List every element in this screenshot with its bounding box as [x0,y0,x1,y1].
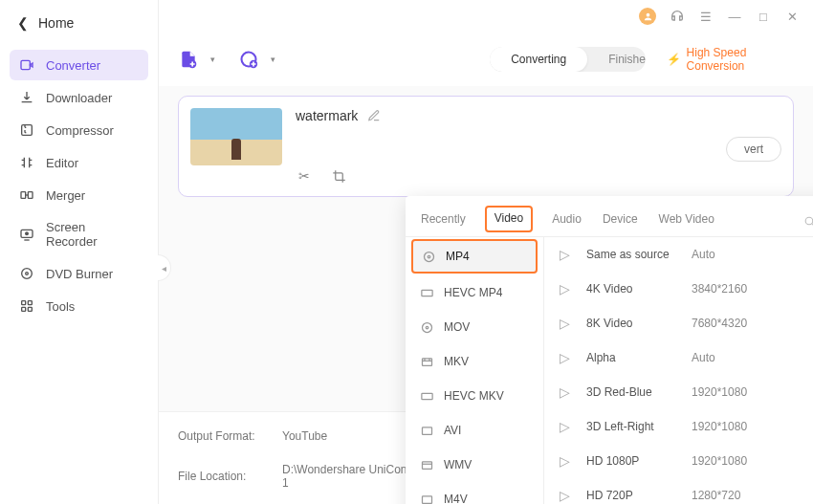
svg-rect-26 [422,495,431,503]
convert-button[interactable]: vert [726,137,781,162]
add-url-dropdown-icon[interactable]: ▾ [271,55,275,64]
svg-rect-23 [421,393,431,399]
disc-icon [421,249,436,264]
tab-video[interactable]: Video [485,206,533,232]
svg-rect-8 [22,301,26,305]
preset-row[interactable]: ▷ 3D Left-Right 1920*1080 [544,409,813,444]
tab-web-video[interactable]: Web Video [657,207,716,235]
svg-rect-22 [422,358,431,365]
file-title: watermark [296,108,358,123]
avatar[interactable] [639,8,656,25]
preset-name: 8K Video [586,317,692,330]
sidebar-item-compressor[interactable]: Compressor [10,115,148,145]
trim-icon[interactable]: ✂ [296,167,313,185]
svg-rect-3 [28,192,33,199]
preset-res: Auto [692,248,787,261]
sidebar-item-dvd-burner[interactable]: DVD Burner [10,258,148,289]
add-url-button[interactable] [238,47,259,72]
high-speed-label: High Speed Conversion [687,46,786,73]
play-icon: ▷ [560,316,577,331]
dvd-icon [19,266,34,281]
preset-row[interactable]: ▷ HD 1080P 1920*1080 [544,444,813,478]
format-label: MP4 [446,250,470,263]
format-label: HEVC MP4 [444,286,502,299]
preset-row[interactable]: ▷ Same as source Auto [544,237,813,272]
format-avi[interactable]: AVI [406,413,543,448]
high-speed-button[interactable]: ⚡ High Speed Conversion [659,42,794,77]
crop-icon[interactable] [330,167,347,185]
tab-recently[interactable]: Recently [419,207,468,235]
tab-device[interactable]: Device [601,207,640,235]
video-thumbnail[interactable] [190,108,282,165]
support-icon[interactable] [670,9,685,24]
close-icon[interactable]: ✕ [784,9,800,24]
preset-name: HD 720P [586,489,692,502]
svg-rect-19 [421,290,431,296]
preset-row[interactable]: ▷ 3D Red-Blue 1920*1080 [544,375,813,409]
menu-icon[interactable]: ☰ [698,9,714,24]
preset-list: ▷ Same as source Auto ▷ 4K Video 3840*21… [544,237,813,504]
format-wmv[interactable]: WMV [406,448,543,482]
titlebar: ☰ — □ ✕ [159,0,813,33]
sidebar-item-tools[interactable]: Tools [10,291,148,321]
preset-name: HD 1080P [586,454,692,468]
format-hevc-mp4[interactable]: HEVC MP4 [406,275,543,310]
toolbar: ▾ ▾ Converting Finished ⚡ High Speed Con… [159,33,813,86]
sidebar-item-screen-recorder[interactable]: Screen Recorder [10,212,148,256]
sidebar-item-label: Tools [46,299,75,314]
format-search[interactable]: Search [803,214,813,228]
maximize-icon[interactable]: □ [756,9,771,24]
play-icon: ▷ [560,247,577,262]
preset-name: 3D Left-Right [586,420,692,433]
film-icon [419,457,434,472]
home-label: Home [38,15,74,31]
format-mp4[interactable]: MP4 [411,239,538,274]
preset-row[interactable]: ▷ 4K Video 3840*2160 [544,272,813,306]
add-file-button[interactable] [178,47,199,72]
format-mov[interactable]: MOV [406,310,543,344]
format-label: AVI [444,424,461,437]
sidebar-item-label: Compressor [46,123,114,138]
format-hevc-mkv[interactable]: HEVC MKV [406,379,543,413]
preset-row[interactable]: ▷ HD 720P 1280*720 [544,478,813,504]
sidebar-item-editor[interactable]: Editor [10,147,148,178]
format-label: MOV [444,320,470,334]
preset-res: 1920*1080 [692,420,787,433]
bolt-icon: ⚡ [667,53,681,66]
film-icon [419,492,434,504]
disc-icon [419,319,434,335]
preset-name: 3D Red-Blue [586,385,692,399]
format-label: WMV [444,458,472,471]
format-m4v[interactable]: M4V [406,482,543,504]
format-dropdown-panel: Recently Video Audio Device Web Video Se… [406,196,813,504]
rename-icon[interactable] [367,109,381,122]
preset-res: 1280*720 [692,489,787,502]
preset-res: 7680*4320 [692,317,787,330]
search-icon [803,215,813,228]
add-file-dropdown-icon[interactable]: ▾ [210,55,215,64]
svg-point-20 [422,322,431,332]
tools-icon [19,298,34,314]
preset-res: 3840*2160 [692,282,787,296]
sidebar-item-converter[interactable]: Converter [10,50,148,80]
play-icon: ▷ [560,384,577,400]
preset-res: 1920*1080 [692,454,787,468]
svg-rect-10 [22,307,26,311]
format-mkv[interactable]: MKV [406,344,543,379]
preset-row[interactable]: ▷ Alpha Auto [544,340,813,375]
sidebar-item-merger[interactable]: Merger [10,180,148,210]
minimize-icon[interactable]: — [727,9,742,24]
sidebar-item-label: Screen Recorder [46,220,139,249]
file-card: watermark ✂ vert [178,96,794,197]
preset-row[interactable]: ▷ 8K Video 7680*4320 [544,306,813,340]
sidebar-item-downloader[interactable]: Downloader [10,82,148,113]
tab-finished[interactable]: Finished [587,47,645,72]
back-icon[interactable]: ❮ [17,15,29,31]
svg-point-18 [428,255,430,258]
play-icon: ▷ [560,419,577,434]
tab-audio[interactable]: Audio [550,207,583,235]
svg-point-17 [424,252,433,261]
sidebar-item-label: Merger [46,188,85,203]
tab-converting[interactable]: Converting [490,47,587,72]
play-icon: ▷ [560,488,577,503]
